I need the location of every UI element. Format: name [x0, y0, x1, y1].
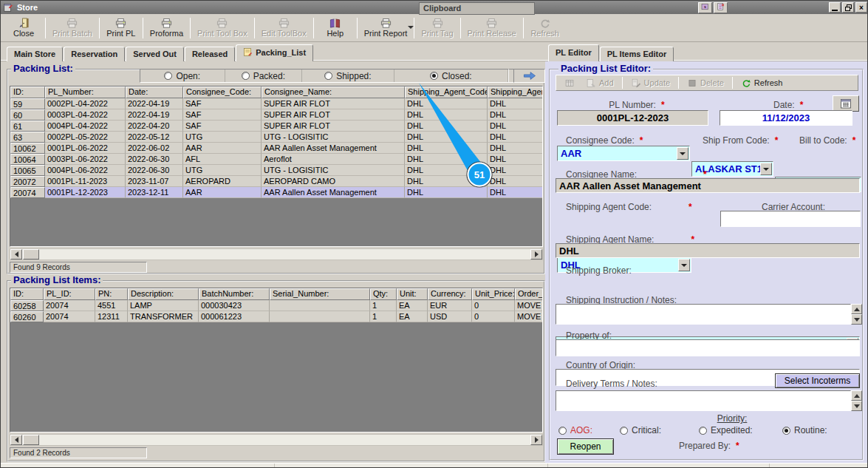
table-row[interactable]: 200720001PL-11-20232023-11-07AEROPARDAER…	[10, 176, 542, 187]
editor-toolbar-button-update[interactable]: Update	[626, 77, 674, 89]
minimize-button[interactable]	[829, 2, 841, 13]
tab-pl-editor[interactable]: PL Editor	[548, 44, 599, 61]
column-header-currency[interactable]: Currency:	[428, 288, 472, 300]
column-header-serial-number[interactable]: Serial_Number:	[270, 288, 370, 300]
spin-up-button[interactable]	[851, 304, 862, 314]
items-hscrollbar[interactable]	[10, 434, 543, 446]
toolbar-button-edit-toolbox[interactable]: Edit ToolBox	[256, 16, 312, 41]
table-row[interactable]: 100640003PL-06-20222022-06-30AFLAeroflot…	[10, 154, 542, 165]
table-row[interactable]: 100650004PL-06-20222022-06-30UTGUTG - LO…	[10, 165, 542, 176]
column-header-shipping-agent-name[interactable]: Shipping_Agent_Name:	[488, 87, 543, 98]
priority-option-critical[interactable]: Critical:	[620, 425, 661, 435]
carrier-account-input[interactable]	[720, 211, 861, 227]
select-incoterms-button[interactable]: Select Incoterms	[775, 373, 860, 388]
radio-expedited[interactable]	[699, 427, 707, 435]
column-header-unit-price[interactable]: Unit_Price:	[472, 288, 515, 300]
date-field[interactable]: 11/12/2023	[720, 110, 852, 126]
column-header-qty[interactable]: Qty:	[370, 288, 397, 300]
scroll-left-button[interactable]	[10, 249, 22, 260]
column-header-id[interactable]: ID:	[10, 288, 44, 300]
chevron-down-icon[interactable]	[677, 147, 688, 160]
radio-closed[interactable]	[430, 72, 438, 80]
priority-option-expedited[interactable]: Expedited:	[699, 425, 753, 435]
column-header-batchnumber[interactable]: BatchNumber:	[199, 288, 270, 300]
close-window-button[interactable]: ×	[855, 2, 867, 13]
table-row[interactable]: 590002PL-04-20222022-04-19SAFSUPER AIR F…	[10, 98, 542, 109]
scroll-left-button[interactable]	[10, 435, 22, 445]
tab-served-out[interactable]: Served Out	[126, 47, 184, 61]
editor-toolbar-button-icon[interactable]	[560, 77, 579, 89]
packing-list-hscrollbar[interactable]	[10, 248, 543, 260]
editor-toolbar-button-refresh[interactable]: Refresh	[737, 77, 787, 89]
scroll-right-button[interactable]	[530, 435, 542, 445]
radio-routine[interactable]	[782, 427, 790, 435]
toolbar-button-print-tool-box[interactable]: Print Tool Box	[192, 16, 253, 41]
column-header-id[interactable]: ID:	[10, 87, 45, 98]
column-header-description[interactable]: Description:	[128, 288, 199, 300]
table-row[interactable]: 610004PL-04-20222022-04-20SAFSUPER AIR F…	[10, 121, 542, 132]
table-row[interactable]: 200740001PL-12-20232023-12-11AARAAR Aall…	[10, 187, 542, 198]
clipboard-save-button[interactable]: s	[698, 2, 712, 13]
spin-down-button[interactable]	[851, 401, 862, 411]
clipboard-view-button[interactable]	[714, 2, 728, 13]
editor-toolbar-button-delete[interactable]: Delete	[683, 77, 728, 89]
priority-option-aog[interactable]: AOG:	[558, 425, 592, 435]
filter-closed[interactable]: Closed:	[394, 69, 508, 82]
column-header-consignee-code[interactable]: Consignee_Code:	[183, 87, 262, 98]
column-header-pl-number[interactable]: PL_Number:	[45, 87, 126, 98]
spin-down-button[interactable]	[851, 314, 862, 325]
toolbar-button-print-report[interactable]: Print Report	[359, 16, 413, 41]
tab-reservation[interactable]: Reservation	[64, 47, 125, 61]
scroll-thumb[interactable]	[23, 435, 39, 445]
toolbar-button-print-release[interactable]: Print Release	[462, 16, 522, 41]
radio-shipped[interactable]	[324, 72, 332, 80]
editor-toolbar-button-add[interactable]: Add	[581, 77, 618, 89]
packing-list-table[interactable]: ID:PL_Number:Date:Consignee_Code:Consign…	[10, 86, 543, 247]
priority-option-routine[interactable]: Routine:	[782, 425, 827, 435]
toolbar-button-print-batch[interactable]: Print Batch	[47, 16, 98, 41]
tab-packing-list[interactable]: Packing_List	[236, 44, 313, 61]
column-header-date[interactable]: Date:	[126, 87, 183, 98]
calendar-button[interactable]	[833, 95, 859, 112]
reopen-button[interactable]: Reopen	[557, 438, 614, 455]
table-row[interactable]: 602602007412311TRANSFORMER0000612231EAUS…	[10, 311, 542, 322]
tab-released[interactable]: Released	[185, 47, 235, 61]
toolbar-button-print-tag[interactable]: Print Tag	[416, 16, 458, 41]
toolbar-button-help[interactable]: Help	[315, 16, 355, 41]
table-row[interactable]: 630002PL-05-20222022-05-12UTGUTG - LOGIS…	[10, 132, 542, 143]
scroll-thumb[interactable]	[23, 249, 39, 260]
filter-shipped[interactable]: Shipped:	[302, 69, 394, 82]
column-header-unit[interactable]: Unit:	[397, 288, 428, 300]
forward-arrow-button[interactable]	[513, 69, 545, 83]
table-row[interactable]: 60258200744551LAMP0000304231EAEUR0MOVE T	[10, 300, 542, 311]
delivery-terms-spinner[interactable]	[851, 390, 862, 411]
radio-aog[interactable]	[558, 427, 567, 435]
column-header-shipping-agent-code[interactable]: Shipping_Agent_Code:	[405, 87, 488, 98]
column-header-pl-id[interactable]: PL_ID:	[44, 288, 95, 300]
filter-packed[interactable]: Packed:	[225, 69, 303, 82]
spin-up-button[interactable]	[851, 390, 862, 401]
scroll-right-button[interactable]	[530, 249, 542, 260]
table-row[interactable]: 100620001PL-06-20222022-06-02AARAAR Aall…	[10, 143, 542, 154]
toolbar-button-proforma[interactable]: Proforma	[145, 16, 188, 41]
restore-button[interactable]	[842, 2, 854, 13]
chevron-down-icon[interactable]	[760, 163, 772, 175]
consignee-code-select[interactable]: AAR	[557, 146, 690, 161]
delivery-terms-textarea[interactable]	[556, 390, 851, 411]
filter-open[interactable]: Open:	[140, 69, 225, 82]
column-header-pn[interactable]: PN:	[95, 288, 128, 300]
tab-main-store[interactable]: Main Store	[7, 47, 63, 61]
column-header-consignee-name[interactable]: Consignee_Name:	[262, 87, 405, 98]
radio-open[interactable]	[164, 72, 172, 80]
property-of-input[interactable]	[556, 339, 860, 356]
radio-critical[interactable]	[620, 427, 628, 435]
tab-pl-items-editor[interactable]: PL Items Editor	[600, 47, 674, 61]
toolbar-button-print-pl[interactable]: Print PL	[101, 16, 141, 41]
radio-packed[interactable]	[242, 72, 250, 80]
toolbar-button-refresh[interactable]: Refresh	[525, 16, 565, 41]
packing-list-items-table[interactable]: ID:PL_ID:PN:Description:BatchNumber:Seri…	[10, 288, 543, 433]
column-header-order-reference[interactable]: Order_Reference:	[515, 288, 543, 300]
shipping-instruction-spinner[interactable]	[851, 304, 862, 325]
table-row[interactable]: 600003PL-04-20222022-04-19SAFSUPER AIR F…	[10, 109, 542, 121]
chevron-down-icon[interactable]	[678, 259, 690, 271]
